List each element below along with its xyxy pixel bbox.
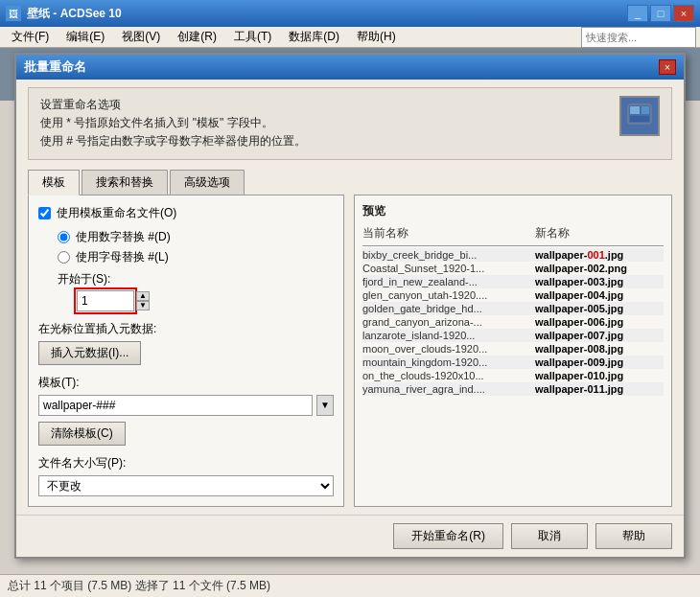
new-name-7: wallpaper-008.jpg (535, 343, 664, 355)
file-case-select[interactable]: 不更改 全部大写 全部小写 首字母大写 (38, 475, 334, 496)
menu-file[interactable]: 文件(F) (4, 27, 57, 47)
table-row: bixby_creek_bridge_bi... wallpaper-001.j… (362, 248, 664, 262)
insert-label: 在光标位置插入元数据: (38, 321, 334, 337)
svg-rect-2 (642, 106, 649, 114)
menu-tools[interactable]: 工具(T) (226, 27, 279, 47)
start-rename-button[interactable]: 开始重命名(R) (393, 523, 503, 549)
template-input[interactable] (38, 395, 313, 416)
spin-up-button[interactable]: ▲ (136, 291, 150, 301)
quick-search-input[interactable] (581, 27, 696, 48)
new-name-2: wallpaper-003.jpg (535, 276, 664, 287)
table-row: golden_gate_bridge_hd... wallpaper-005.j… (362, 302, 664, 315)
cancel-button[interactable]: 取消 (511, 523, 588, 549)
info-icon (619, 96, 660, 136)
preview-header: 当前名称 新名称 (362, 225, 664, 246)
radio-alpha-label: 使用字母替换 #(L) (76, 249, 169, 265)
current-name-0: bixby_creek_bridge_bi... (362, 249, 535, 261)
new-name-10: wallpaper-011.jpg (535, 383, 664, 395)
radio-numeric-label: 使用数字替换 #(D) (76, 229, 171, 245)
table-row: fjord_in_new_zealand-... wallpaper-003.j… (362, 275, 664, 288)
toolbar-search-area (581, 27, 696, 48)
main-area: 使用模板重命名文件(O) 使用数字替换 #(D) 使用字母替换 #(L) 开始于… (28, 195, 672, 507)
radio-alpha[interactable] (58, 251, 70, 264)
start-value-input[interactable] (77, 290, 134, 311)
current-name-5: grand_canyon_arizona-... (362, 316, 535, 328)
maximize-button[interactable]: □ (650, 5, 671, 22)
tab-advanced[interactable]: 高级选项 (170, 170, 245, 195)
table-row: on_the_clouds-1920x10... wallpaper-010.j… (362, 369, 664, 382)
tab-search-replace[interactable]: 搜索和替换 (82, 170, 168, 195)
dialog-title-text: 批量重命名 (24, 58, 659, 76)
current-name-8: mountain_kingdom-1920... (362, 356, 535, 368)
new-name-1: wallpaper-002.png (535, 263, 664, 274)
help-button[interactable]: 帮助 (595, 523, 672, 549)
menu-bar: 文件(F) 编辑(E) 视图(V) 创建(R) 工具(T) 数据库(D) 帮助(… (0, 27, 700, 48)
dialog-title-bar: 批量重命名 × (16, 55, 684, 80)
spinner-buttons: ▲ ▼ (136, 291, 150, 310)
table-row: lanzarote_island-1920... wallpaper-007.j… (362, 329, 664, 342)
minimize-button[interactable]: _ (627, 5, 648, 22)
start-label: 开始于(S): (58, 271, 334, 287)
dialog-content: 设置重命名选项 使用 * 号指原始文件名插入到 "模板" 字段中。 使用 # 号… (16, 80, 684, 515)
new-name-9: wallpaper-010.jpg (535, 370, 664, 381)
new-name-4: wallpaper-005.jpg (535, 303, 664, 314)
insert-section: 在光标位置插入元数据: 插入元数据(I)... (38, 321, 334, 365)
table-row: glen_canyon_utah-1920.... wallpaper-004.… (362, 288, 664, 302)
table-row: Coastal_Sunset_1920-1... wallpaper-002.p… (362, 262, 664, 275)
table-row: moon_over_clouds-1920... wallpaper-008.j… (362, 342, 664, 356)
radio-group: 使用数字替换 #(D) 使用字母替换 #(L) (58, 229, 334, 265)
status-text: 总计 11 个项目 (7.5 MB) 选择了 11 个文件 (7.5 MB) (8, 578, 270, 594)
spin-down-button[interactable]: ▼ (136, 301, 150, 310)
table-row: mountain_kingdom-1920... wallpaper-009.j… (362, 356, 664, 369)
svg-marker-4 (636, 124, 643, 129)
start-input-row: ▲ ▼ (77, 290, 334, 311)
menu-help[interactable]: 帮助(H) (349, 27, 404, 47)
current-name-4: golden_gate_bridge_hd... (362, 303, 535, 314)
dialog-buttons: 开始重命名(R) 取消 帮助 (16, 515, 684, 557)
info-line2: 使用 * 号指原始文件名插入到 "模板" 字段中。 (40, 114, 306, 132)
new-name-0: wallpaper-001.jpg (535, 249, 664, 261)
use-template-checkbox-row: 使用模板重命名文件(O) (38, 205, 334, 221)
menu-create[interactable]: 创建(R) (170, 27, 224, 47)
svg-rect-1 (630, 106, 640, 114)
use-template-checkbox[interactable] (38, 207, 51, 219)
new-name-5: wallpaper-006.jpg (535, 316, 664, 328)
app-icon: 🖼 (6, 6, 21, 21)
file-case-section: 文件名大小写(P): 不更改 全部大写 全部小写 首字母大写 (38, 455, 334, 496)
preview-rows: bixby_creek_bridge_bi... wallpaper-001.j… (362, 248, 664, 396)
batch-rename-dialog: 批量重命名 × 设置重命名选项 使用 * 号指原始文件名插入到 "模板" 字段中… (14, 53, 686, 559)
table-row: grand_canyon_arizona-... wallpaper-006.j… (362, 315, 664, 329)
dialog-close-button[interactable]: × (659, 59, 676, 75)
col-current-header: 当前名称 (362, 225, 535, 241)
menu-database[interactable]: 数据库(D) (281, 27, 347, 47)
current-name-6: lanzarote_island-1920... (362, 330, 535, 341)
template-section: 模板(T): ▼ 清除模板(C) (38, 375, 334, 446)
info-line1: 设置重命名选项 (40, 96, 306, 114)
new-name-8: wallpaper-009.jpg (535, 356, 664, 368)
current-name-7: moon_over_clouds-1920... (362, 343, 535, 355)
new-name-3: wallpaper-004.jpg (535, 289, 664, 301)
left-panel: 使用模板重命名文件(O) 使用数字替换 #(D) 使用字母替换 #(L) 开始于… (28, 195, 344, 507)
radio-numeric[interactable] (58, 231, 70, 243)
radio-alpha-row: 使用字母替换 #(L) (58, 249, 334, 265)
file-case-select-row: 不更改 全部大写 全部小写 首字母大写 (38, 475, 334, 496)
insert-metadata-button[interactable]: 插入元数据(I)... (38, 341, 141, 365)
info-line3: 使用 # 号指定由数字或字母数字柜举器使用的位置。 (40, 132, 306, 150)
current-name-1: Coastal_Sunset_1920-1... (362, 263, 535, 274)
tab-template[interactable]: 模板 (28, 170, 80, 195)
svg-rect-3 (630, 116, 649, 122)
new-name-6: wallpaper-007.jpg (535, 330, 664, 341)
tabs-row: 模板 搜索和替换 高级选项 (28, 170, 672, 195)
window-title: 壁纸 - ACDSee 10 (27, 6, 627, 22)
current-name-3: glen_canyon_utah-1920.... (362, 289, 535, 301)
window-close-button[interactable]: × (673, 5, 694, 22)
clear-template-button[interactable]: 清除模板(C) (38, 422, 126, 446)
template-dropdown-button[interactable]: ▼ (316, 395, 334, 416)
info-text-block: 设置重命名选项 使用 * 号指原始文件名插入到 "模板" 字段中。 使用 # 号… (40, 96, 306, 151)
col-new-header: 新名称 (535, 225, 664, 241)
new-num-0: 001 (587, 249, 604, 261)
menu-edit[interactable]: 编辑(E) (58, 27, 112, 47)
menu-view[interactable]: 视图(V) (114, 27, 168, 47)
info-section: 设置重命名选项 使用 * 号指原始文件名插入到 "模板" 字段中。 使用 # 号… (28, 87, 672, 160)
current-name-9: on_the_clouds-1920x10... (362, 370, 535, 381)
